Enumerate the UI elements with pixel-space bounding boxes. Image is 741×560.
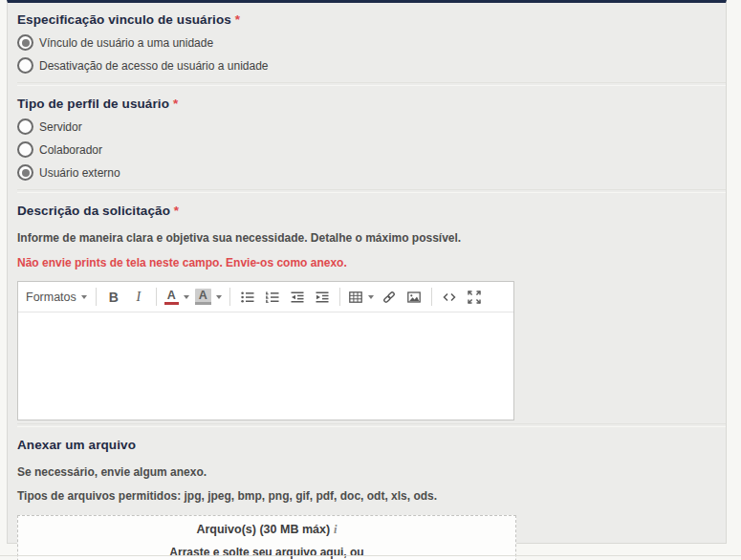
text-color-swatch xyxy=(164,302,179,305)
radio-option-label: Desativação de acesso de usuário a unida… xyxy=(39,59,269,73)
heading-text: Tipo de perfil de usuário xyxy=(17,97,169,111)
description-instruction: Informe de maneira clara e objetiva sua … xyxy=(17,231,726,245)
text-color-button[interactable]: A xyxy=(162,286,192,309)
dropzone-title-text: Arquivo(s) (30 MB máx) xyxy=(196,523,330,536)
formats-label: Formatos xyxy=(26,291,76,304)
background-color-letter: A xyxy=(195,290,211,301)
text-color-icon: A xyxy=(164,290,179,305)
background-color-button[interactable]: A xyxy=(192,286,225,309)
italic-button[interactable]: I xyxy=(126,286,151,309)
insert-image-button[interactable] xyxy=(402,286,426,309)
bullet-list-button[interactable] xyxy=(235,286,260,309)
section-user-link-heading: Especificação vinculo de usuários * xyxy=(17,11,726,28)
numbered-list-icon xyxy=(265,290,280,305)
heading-text: Descrição da solicitação xyxy=(17,204,170,218)
text-color-letter: A xyxy=(164,290,179,301)
radio-button-icon[interactable] xyxy=(17,141,33,158)
editor-toolbar: Formatos B I A xyxy=(18,282,513,312)
file-dropzone[interactable]: Arquivo(s) (30 MB máx)i Arraste e solte … xyxy=(17,515,516,560)
image-icon xyxy=(406,290,422,305)
toolbar-separator xyxy=(156,288,157,306)
insert-link-button[interactable] xyxy=(377,286,402,309)
source-code-button[interactable] xyxy=(437,286,462,309)
heading-text: Anexar um arquivo xyxy=(17,438,136,452)
chevron-down-icon xyxy=(184,295,189,299)
radio-button-icon[interactable] xyxy=(17,34,33,51)
bullet-list-icon xyxy=(240,290,255,305)
outdent-icon xyxy=(290,290,305,305)
chevron-down-icon xyxy=(81,295,87,299)
section-profile-type: Tipo de perfil de usuário * Servidor Col… xyxy=(17,96,726,181)
toolbar-separator xyxy=(96,288,97,306)
section-divider xyxy=(17,82,726,86)
section-profile-type-heading: Tipo de perfil de usuário * xyxy=(17,96,726,112)
page-bottom-divider xyxy=(0,555,741,556)
dropzone-drag-text: Arraste e solte seu arquivo aqui, ou xyxy=(18,546,515,559)
radio-option-colaborador[interactable]: Colaborador xyxy=(17,141,726,158)
description-warning: Não envie prints de tela neste campo. En… xyxy=(17,256,726,269)
info-icon[interactable]: i xyxy=(334,523,337,536)
radio-option-desativacao-acesso[interactable]: Desativação de acesso de usuário a unida… xyxy=(17,57,726,74)
section-attachment-heading: Anexar um arquivo xyxy=(17,437,726,453)
radio-option-servidor[interactable]: Servidor xyxy=(17,118,726,135)
source-code-icon xyxy=(442,290,457,305)
radio-option-usuario-externo[interactable]: Usuário externo xyxy=(17,164,726,181)
section-attachment: Anexar um arquivo Se necessário, envie a… xyxy=(17,437,726,560)
radio-option-label: Vínculo de usuário a uma unidade xyxy=(39,36,213,50)
radio-button-icon[interactable] xyxy=(17,57,33,74)
required-asterisk: * xyxy=(174,204,179,218)
radio-option-label: Colaborador xyxy=(39,143,102,157)
section-divider xyxy=(17,423,726,427)
radio-option-label: Servidor xyxy=(39,120,82,134)
toolbar-separator xyxy=(339,288,340,306)
background-color-icon: A xyxy=(195,289,211,305)
dropzone-title: Arquivo(s) (30 MB máx)i xyxy=(18,523,515,537)
background-color-swatch xyxy=(195,302,211,305)
required-asterisk: * xyxy=(173,97,178,111)
radio-option-vinculo-unidade[interactable]: Vínculo de usuário a uma unidade xyxy=(17,34,726,51)
section-divider xyxy=(17,189,726,193)
chevron-down-icon xyxy=(216,295,222,299)
indent-icon xyxy=(315,290,330,305)
editor-content-area[interactable] xyxy=(18,312,513,420)
heading-text: Especificação vinculo de usuários xyxy=(17,12,231,27)
table-icon xyxy=(348,290,363,305)
section-user-link: Especificação vinculo de usuários * Vínc… xyxy=(17,11,726,74)
toolbar-separator xyxy=(229,288,230,306)
link-icon xyxy=(381,290,397,305)
fullscreen-button[interactable] xyxy=(462,286,487,309)
required-asterisk: * xyxy=(235,12,240,27)
attachment-note: Se necessário, envie algum anexo. xyxy=(17,465,726,479)
radio-button-icon[interactable] xyxy=(17,118,33,135)
chevron-down-icon xyxy=(368,295,374,299)
fullscreen-icon xyxy=(467,290,482,305)
toolbar-separator xyxy=(431,288,432,306)
section-description: Descrição da solicitação * Informe de ma… xyxy=(17,203,726,420)
rich-text-editor: Formatos B I A xyxy=(17,281,514,420)
indent-button[interactable] xyxy=(310,286,335,309)
attachment-allowed-types: Tipos de arquivos permitidos: jpg, jpeg,… xyxy=(17,489,726,503)
radio-button-icon[interactable] xyxy=(17,164,33,181)
section-description-heading: Descrição da solicitação * xyxy=(17,203,726,219)
form-panel: Especificação vinculo de usuários * Vínc… xyxy=(7,0,727,544)
table-button[interactable] xyxy=(345,286,377,309)
outdent-button[interactable] xyxy=(285,286,310,309)
bold-button[interactable]: B xyxy=(101,286,126,309)
numbered-list-button[interactable] xyxy=(260,286,285,309)
formats-dropdown-button[interactable]: Formatos xyxy=(22,286,91,309)
radio-option-label: Usuário externo xyxy=(39,166,120,180)
